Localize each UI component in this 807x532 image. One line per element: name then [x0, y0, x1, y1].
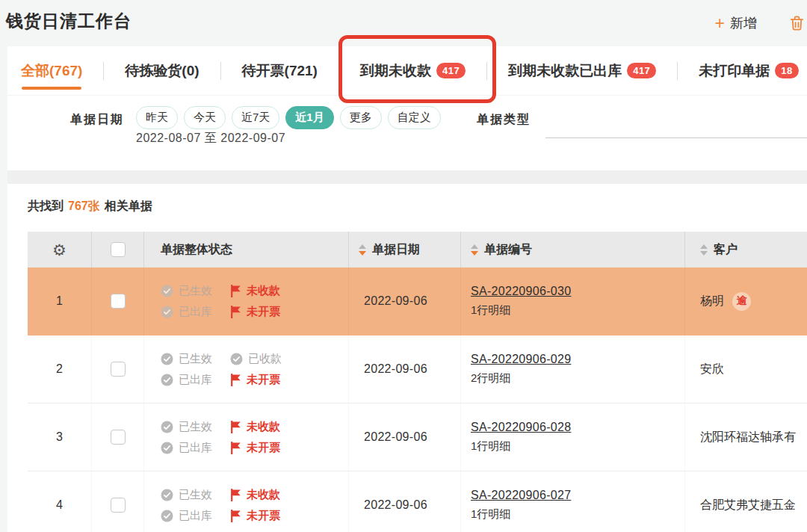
row-select-cell [92, 267, 144, 335]
row-index: 4 [28, 471, 92, 532]
results-suffix: 相关单据 [105, 199, 152, 214]
row-doc-date: 2022-09-06 [349, 335, 461, 403]
check-circle-icon [161, 421, 173, 433]
row-checkbox[interactable] [111, 498, 126, 513]
tab-all[interactable]: 全部(767) [21, 46, 82, 96]
date-filter-pill[interactable]: 近1月 [285, 106, 333, 129]
row-doc-number-cell: SA-20220906-027 1行明细 [461, 471, 685, 532]
status-item: 未开票 [230, 373, 282, 387]
status-item: 已收款 [230, 352, 282, 366]
select-all-cell [92, 232, 144, 267]
status-item: 已出库 [161, 373, 212, 387]
select-all-checkbox[interactable] [111, 242, 126, 257]
add-button[interactable]: + 新增 [711, 13, 761, 33]
tab-divider [103, 62, 104, 80]
date-filter-pill[interactable]: 近7天 [232, 106, 279, 129]
status-label: 未收款 [247, 284, 280, 298]
row-checkbox[interactable] [111, 362, 126, 377]
status-item: 已出库 [161, 305, 212, 319]
row-checkbox[interactable] [111, 430, 126, 445]
tab-pending-invoice[interactable]: 待开票(721) [242, 46, 318, 96]
trash-button[interactable] [788, 14, 806, 32]
tab-due-unpaid[interactable]: 到期未收款 417 [360, 46, 466, 96]
row-select-cell [92, 471, 144, 532]
header-doc-number[interactable]: 单据编号 [461, 232, 685, 267]
status-grid: 已生效 已收款 已出库 未开票 [161, 352, 282, 387]
status-label: 已收款 [248, 352, 282, 366]
doc-type-input[interactable] [545, 114, 807, 138]
status-label: 已出库 [179, 305, 212, 319]
status-item: 未收款 [230, 420, 280, 434]
doc-number-link[interactable]: SA-20220906-028 [471, 421, 571, 434]
status-label: 已出库 [179, 373, 212, 387]
sort-icon [359, 244, 366, 256]
tab-pending-pick[interactable]: 待拣验货(0) [125, 46, 199, 96]
tab-label: 到期未收款已出库 [508, 61, 622, 81]
tab-badge: 417 [436, 63, 466, 78]
row-checkbox[interactable] [111, 294, 126, 309]
date-filter-pill[interactable]: 昨天 [136, 106, 178, 129]
table-row[interactable]: 4 已生效 未收款 已出库 未开票 2022-09-06 [28, 471, 807, 532]
tab-divider [338, 62, 339, 80]
status-item: 未开票 [230, 509, 280, 523]
row-status-cell: 已生效 未收款 已出库 未开票 [144, 403, 349, 471]
header-customer[interactable]: 客户 [685, 232, 807, 267]
check-circle-icon [161, 442, 173, 454]
customer-name: 安欣 [700, 362, 724, 377]
check-circle-icon [161, 285, 173, 297]
results-panel: 共找到 767张 相关单据 ⚙ 单据整体状态 单据日期 单据编号 [7, 184, 807, 532]
header-doc-date[interactable]: 单据日期 [349, 232, 461, 267]
row-select-cell [92, 403, 144, 471]
date-filter-pills: 昨天今天近7天近1月更多自定义 [136, 106, 441, 129]
date-filter-pill[interactable]: 更多 [340, 106, 382, 129]
tab-label: 待开票(721) [242, 61, 318, 81]
status-label: 已生效 [179, 284, 212, 298]
tab-bar: 全部(767) 待拣验货(0) 待开票(721) 到期未收款 417 到期未收款… [7, 46, 807, 96]
tab-label: 全部(767) [21, 61, 82, 81]
trash-icon [788, 23, 806, 34]
flag-icon [230, 421, 241, 433]
column-settings-button[interactable]: ⚙ [28, 232, 92, 267]
filter-panel: 全部(767) 待拣验货(0) 待开票(721) 到期未收款 417 到期未收款… [7, 46, 807, 170]
plus-icon: + [715, 15, 725, 32]
flag-icon [230, 374, 241, 386]
check-circle-icon [161, 510, 173, 522]
tab-divider [677, 62, 678, 80]
row-select-cell [92, 335, 144, 403]
status-label: 未收款 [247, 488, 280, 502]
row-customer-cell: 安欣 [685, 335, 807, 403]
header-status-label: 单据整体状态 [161, 242, 232, 258]
doc-number-link[interactable]: SA-20220906-030 [471, 285, 571, 298]
flag-icon [230, 489, 241, 501]
status-label: 已生效 [179, 420, 212, 434]
tab-due-unpaid-shipped[interactable]: 到期未收款已出库 417 [508, 46, 656, 96]
status-label: 未开票 [247, 509, 280, 523]
table-row[interactable]: 1 已生效 未收款 已出库 未开票 2022-09-06 [28, 267, 807, 335]
results-count: 767张 [68, 199, 100, 214]
date-filter-pill[interactable]: 自定义 [388, 106, 441, 129]
doc-number-link[interactable]: SA-20220906-029 [471, 353, 571, 366]
row-doc-number-cell: SA-20220906-028 1行明细 [461, 403, 685, 471]
doc-number-link[interactable]: SA-20220906-027 [471, 489, 571, 502]
status-item: 未收款 [230, 284, 280, 298]
doc-detail-lines: 1行明细 [471, 439, 571, 454]
row-status-cell: 已生效 未收款 已出库 未开票 [144, 267, 349, 335]
table-row[interactable]: 2 已生效 已收款 已出库 未开票 2022-09-06 [28, 335, 807, 403]
status-item: 未开票 [230, 441, 280, 455]
row-customer-cell: 合肥艾弗艾捷五金 [685, 471, 807, 532]
doc-type-label: 单据类型 [477, 112, 531, 128]
status-item: 已出库 [161, 509, 212, 523]
header-doc-number-label: 单据编号 [484, 242, 532, 258]
tab-label: 到期未收款 [360, 61, 431, 81]
tab-label: 未打印单据 [699, 61, 770, 81]
date-filter-pill[interactable]: 今天 [184, 106, 226, 129]
row-customer-cell: 杨明 逾 [685, 267, 807, 335]
status-grid: 已生效 未收款 已出库 未开票 [161, 284, 280, 319]
flag-icon [230, 306, 241, 318]
doc-date-label: 单据日期 [70, 112, 124, 128]
flag-icon [230, 442, 241, 454]
table-row[interactable]: 3 已生效 未收款 已出库 未开票 2022-09-06 [28, 403, 807, 471]
tab-unprinted[interactable]: 未打印单据 18 [699, 46, 798, 96]
date-range-value[interactable]: 2022-08-07 至 2022-09-07 [136, 131, 285, 146]
filter-row: 单据日期 昨天今天近7天近1月更多自定义 2022-08-07 至 2022-0… [7, 96, 807, 170]
